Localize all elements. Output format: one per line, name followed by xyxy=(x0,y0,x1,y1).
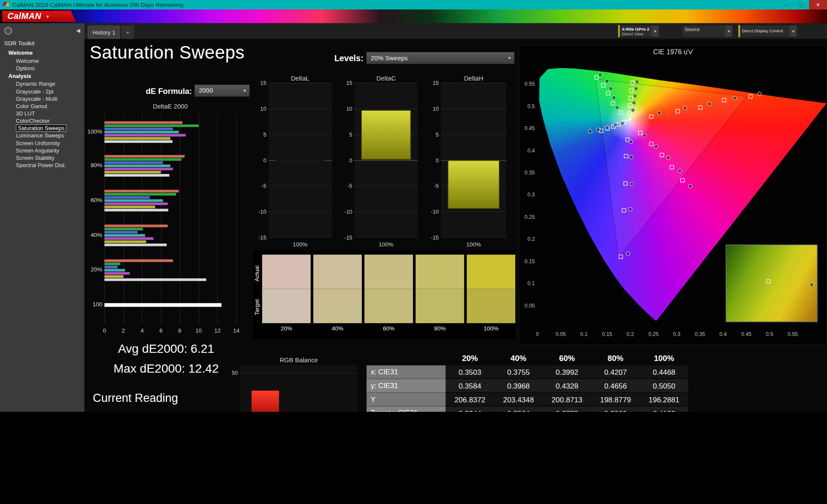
sidebar-item-welcome[interactable]: Welcome xyxy=(0,57,84,64)
sidebar-item-colorchecker[interactable]: ColorChecker xyxy=(0,117,84,124)
target-point xyxy=(680,178,684,183)
bar xyxy=(104,205,155,208)
gridline xyxy=(161,113,162,324)
y-axis-tick-label: 5 xyxy=(340,131,352,137)
sidebar-item-label: Spectral Power Dist. xyxy=(16,162,66,168)
sidebar-collapse-button[interactable]: ◀ xyxy=(76,28,80,33)
bar xyxy=(104,224,167,227)
levels-label: Levels: xyxy=(324,54,364,63)
source-selector[interactable]: Source ▼ xyxy=(681,25,733,37)
maximize-button[interactable]: ▢ xyxy=(794,0,809,9)
gridline xyxy=(142,113,143,324)
measured-point xyxy=(707,102,712,106)
cell-value: 200.8713 xyxy=(543,393,591,407)
sidebar-item-screen-uniformity[interactable]: Screen Uniformity xyxy=(0,139,84,146)
meter-name: X-Rite i1Pro 2 xyxy=(622,27,652,31)
sidebar-item-dynamic-range[interactable]: Dynamic Range xyxy=(0,80,84,87)
cell-value: 0.5050 xyxy=(640,379,688,393)
bar xyxy=(104,131,179,133)
sidebar-item-label: Screen Stability xyxy=(16,155,54,161)
gridline xyxy=(218,113,218,324)
x-axis-tick-label: 14 xyxy=(230,327,243,334)
target-point xyxy=(606,91,610,95)
column-header: 20% xyxy=(446,351,494,365)
cell-value: 206.8372 xyxy=(446,393,494,407)
menu-circle-icon[interactable] xyxy=(4,27,12,34)
target-point xyxy=(675,109,680,114)
y-axis-tick-label: 5 xyxy=(254,131,266,137)
sidebar-item-options[interactable]: Options xyxy=(0,64,84,72)
calman-menu-button[interactable]: CalMAN ▼ xyxy=(2,10,76,22)
chevron-down-icon: ▼ xyxy=(46,14,50,19)
source-label: Source xyxy=(684,27,700,32)
bar xyxy=(104,196,149,199)
levels-dropdown[interactable]: 20% Sweeps ▼ xyxy=(366,52,515,64)
table-header-row: 20%40%60%80%100% xyxy=(367,351,688,365)
display-control-selector[interactable]: Direct Display Control ▼ xyxy=(738,25,797,37)
top-toolbar: History 1 + X-Rite i1Pro 2 Direct View ▼… xyxy=(0,23,827,39)
measured-point xyxy=(733,96,737,100)
column-header xyxy=(367,351,446,365)
bar xyxy=(104,303,221,307)
y-axis-tick-label: 10 xyxy=(426,106,438,112)
x-axis-tick-label: 0.3 xyxy=(668,331,685,337)
meter-mode: Direct View xyxy=(622,31,652,36)
target-point xyxy=(601,83,606,87)
sidebar-item-luminance-sweeps[interactable]: Luminance Sweeps xyxy=(0,132,84,139)
chevron-down-icon: ▼ xyxy=(725,25,733,37)
x-axis-tick-label: 2 xyxy=(117,327,129,334)
calman-logo-icon xyxy=(3,2,9,8)
x-axis-tick-label: 0.35 xyxy=(691,331,708,337)
actual-swatch xyxy=(313,255,362,289)
y-axis-tick-label: -15 xyxy=(340,234,352,240)
gridline xyxy=(354,237,418,238)
x-axis-tick-label: 0 xyxy=(98,327,111,334)
close-button[interactable]: ✕ xyxy=(809,0,827,9)
gridline xyxy=(268,237,332,238)
meter-selector[interactable]: X-Rite i1Pro 2 Direct View ▼ xyxy=(618,25,659,37)
tab-history-1[interactable]: History 1 xyxy=(87,25,120,39)
y-axis-tick-label: 0 xyxy=(426,157,438,163)
x-axis-tick-label: 0.55 xyxy=(784,331,801,337)
target-point xyxy=(624,154,628,158)
sidebar-item-3d-lut[interactable]: 3D LUT xyxy=(0,110,84,117)
x-axis-tick-label: 12 xyxy=(211,327,224,334)
y-axis-tick-label: 10 xyxy=(340,106,352,112)
measured-point xyxy=(615,105,619,109)
sidebar-item-saturation-sweeps[interactable]: Saturation Sweeps xyxy=(0,124,84,132)
target-point xyxy=(660,153,664,157)
cell-value: 0.3755 xyxy=(494,365,543,379)
sidebar-item-screen-stability[interactable]: Screen Stability xyxy=(0,154,84,161)
sidebar-item-grayscale-2pt[interactable]: Grayscale - 2pt xyxy=(0,87,84,95)
sidebar-item-grayscale-multi[interactable]: Grayscale - Multi xyxy=(0,95,84,102)
bar xyxy=(275,160,325,162)
deltac-xlabel: 100% xyxy=(354,241,418,247)
sidebar-item-color-gamut[interactable]: Color Gamut xyxy=(0,102,84,109)
formula-dropdown[interactable]: 2000 ▼ xyxy=(194,84,250,97)
deltae-plot: 02468101214100%80%60%40%20%100 xyxy=(104,113,236,324)
swatch-column-label: 60% xyxy=(364,325,413,332)
sidebar-item-label: Dynamic Range xyxy=(16,81,55,87)
sidebar-item-screen-angularity[interactable]: Screen Angularity xyxy=(0,146,84,154)
target-point xyxy=(649,115,653,119)
gridline xyxy=(123,113,124,324)
add-tab-button[interactable]: + xyxy=(121,25,134,39)
bar xyxy=(104,134,185,136)
cell-value: 0.4656 xyxy=(591,379,640,393)
target-swatch xyxy=(313,289,362,324)
brand-name: CalMAN xyxy=(7,12,41,21)
target-point xyxy=(628,96,633,100)
page-title: Saturation Sweeps xyxy=(90,42,245,63)
sidebar-section-welcome[interactable]: Welcome xyxy=(0,49,84,57)
target-point xyxy=(629,88,634,93)
cell-value: 0.3564 xyxy=(494,407,543,412)
bar xyxy=(104,265,118,268)
y-axis-tick-label: 0.25 xyxy=(520,214,535,220)
sidebar-section-analysis[interactable]: Analysis xyxy=(0,72,84,80)
measured-point xyxy=(609,86,613,90)
minimize-button[interactable]: ─ xyxy=(778,0,794,9)
y-axis-tick-label: 5 xyxy=(426,131,438,137)
sidebar-item-spectral-power-dist[interactable]: Spectral Power Dist. xyxy=(0,161,84,168)
bar xyxy=(104,243,166,246)
deltal-plot: 151050-5-10-15 xyxy=(268,83,332,237)
